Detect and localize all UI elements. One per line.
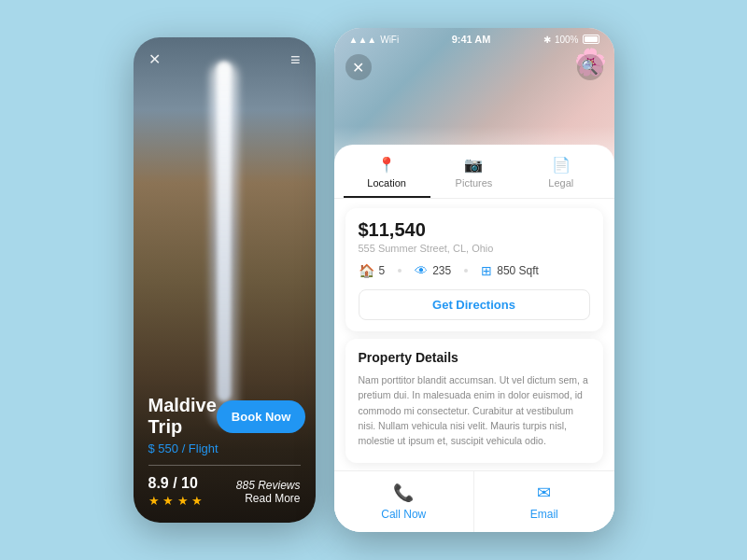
details-card: Property Details Nam porttitor blandit a… (345, 339, 603, 463)
stars: ★ ★ ★ ★ (148, 494, 204, 508)
email-label: Email (530, 508, 558, 521)
legal-tab-label: Legal (548, 177, 573, 189)
views-count: 235 (432, 264, 451, 277)
left-phone: ✕ ≡ Maldive Trip Book Now $ 550 / Flight… (134, 37, 316, 523)
status-bar: ▲▲▲ WiFi 9:41 AM ✱ 100% (334, 28, 614, 49)
details-title: Property Details (359, 350, 590, 365)
tab-location[interactable]: 📍 Location (344, 145, 430, 198)
right-phone: ▲▲▲ WiFi 9:41 AM ✱ 100% ✕ 🔍 📍 Location 📷… (334, 28, 614, 532)
location-tab-label: Location (367, 177, 406, 189)
menu-icon[interactable]: ≡ (290, 51, 301, 68)
house-icon: 🏠 (359, 263, 374, 278)
phone-icon: 📞 (393, 483, 414, 503)
sqft-stat: ⊞ 850 Sqft (481, 263, 539, 278)
status-time: 9:41 AM (452, 34, 491, 45)
property-card: $11,540 555 Summer Street, CL, Ohio 🏠 5 … (345, 208, 603, 331)
title-row: Maldive Trip Book Now (148, 395, 301, 438)
hero-search-icon[interactable]: 🔍 (577, 54, 603, 80)
sqft-icon: ⊞ (481, 263, 492, 278)
rating-value: 8.9 / 10 (148, 475, 204, 492)
property-price: $11,540 (359, 219, 590, 241)
property-stats: 🏠 5 👁 235 ⊞ 850 Sqft (359, 263, 590, 278)
read-more-link[interactable]: Read More (236, 492, 301, 505)
bottom-actions: 📞 Call Now ✉ Email (334, 470, 614, 532)
stats-row: 8.9 / 10 ★ ★ ★ ★ 885 Reviews Read More (148, 475, 301, 508)
views-icon: 👁 (415, 263, 428, 278)
reviews-count: 885 Reviews (236, 479, 301, 492)
top-bar: ✕ ≡ (134, 37, 316, 76)
stat-divider-2 (464, 269, 468, 273)
stat-divider-1 (398, 269, 402, 273)
bedrooms-count: 5 (379, 264, 386, 277)
location-tab-icon: 📍 (377, 156, 396, 174)
hero-close-icon[interactable]: ✕ (345, 54, 372, 80)
status-left: ▲▲▲ WiFi (349, 35, 400, 45)
close-icon[interactable]: ✕ (148, 50, 161, 68)
status-right: ✱ 100% (543, 35, 599, 45)
rating-section: 8.9 / 10 ★ ★ ★ ★ (148, 475, 204, 508)
legal-tab-icon: 📄 (552, 156, 571, 174)
battery-percent: 100% (555, 35, 579, 45)
sqft-value: 850 Sqft (497, 264, 539, 277)
reviews-section: 885 Reviews Read More (236, 479, 301, 505)
content-area: 📍 Location 📷 Pictures 📄 Legal $11,540 55… (334, 145, 614, 532)
tab-pictures[interactable]: 📷 Pictures (430, 145, 517, 198)
signal-icon: ▲▲▲ (349, 35, 377, 45)
directions-button[interactable]: Get Directions (359, 289, 590, 320)
email-icon: ✉ (537, 483, 551, 503)
wifi-icon: WiFi (380, 35, 399, 45)
bottom-section: Maldive Trip Book Now $ 550 / Flight 8.9… (134, 380, 316, 523)
call-now-button[interactable]: 📞 Call Now (334, 471, 475, 532)
bluetooth-icon: ✱ (543, 35, 551, 45)
call-now-label: Call Now (381, 508, 426, 521)
price-label: $ 550 / Flight (148, 441, 301, 455)
book-button[interactable]: Book Now (217, 400, 306, 433)
bedrooms-stat: 🏠 5 (359, 263, 386, 278)
pictures-tab-label: Pictures (456, 177, 493, 189)
trip-title: Maldive Trip (148, 395, 217, 438)
tabs-row: 📍 Location 📷 Pictures 📄 Legal (334, 145, 614, 199)
email-button[interactable]: ✉ Email (474, 471, 614, 532)
property-address: 555 Summer Street, CL, Ohio (359, 243, 590, 254)
tab-legal[interactable]: 📄 Legal (517, 145, 604, 198)
pictures-tab-icon: 📷 (464, 156, 483, 174)
divider (148, 465, 301, 466)
views-stat: 👁 235 (415, 263, 451, 278)
battery-icon (583, 35, 599, 44)
details-text: Nam porttitor blandit accumsan. Ut vel d… (359, 372, 590, 448)
